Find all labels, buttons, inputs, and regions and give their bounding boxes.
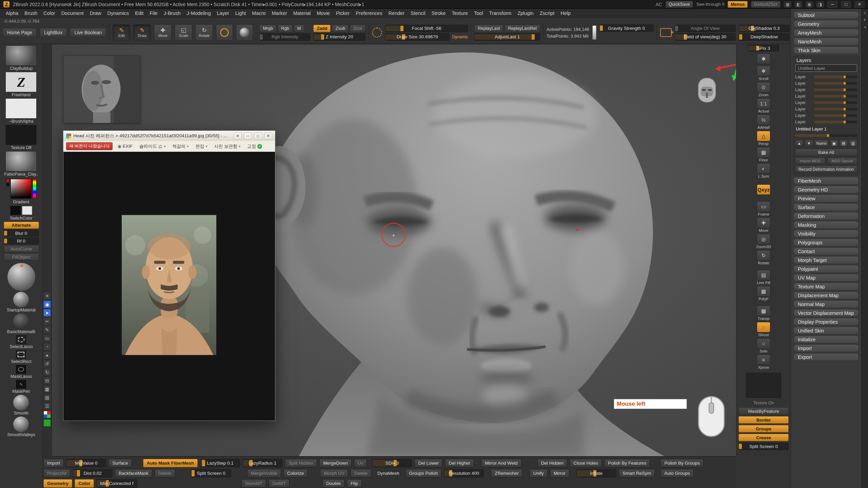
palette-section[interactable]: Import bbox=[793, 344, 859, 352]
bottom-control[interactable]: Dist 0.02 bbox=[73, 469, 113, 477]
bottom-control[interactable]: Auto Groups bbox=[660, 469, 694, 477]
menu-item[interactable]: Material bbox=[290, 9, 314, 18]
palette-section[interactable]: Geometry HD bbox=[793, 186, 859, 194]
palette-section[interactable]: Polygroups bbox=[793, 239, 859, 246]
quick-head-icon[interactable] bbox=[696, 77, 718, 106]
close-button[interactable]: ✕ bbox=[854, 1, 865, 8]
crease-button[interactable]: Crease bbox=[738, 434, 789, 441]
palette-section[interactable]: Display Properties bbox=[793, 318, 859, 326]
bottom-control[interactable]: Double bbox=[322, 479, 344, 488]
texture-on-label[interactable]: Texture On bbox=[753, 401, 774, 405]
z-intensity-slider[interactable]: Z Intensity 20 bbox=[313, 33, 365, 41]
bpr-button[interactable]: ✱ bbox=[757, 54, 770, 64]
adjust-last-slider[interactable]: AdjustLast 1 bbox=[474, 33, 540, 41]
edit-menu[interactable]: 편집▾ bbox=[193, 143, 209, 150]
saturation-value-square[interactable] bbox=[11, 179, 32, 199]
rgb-intensity-slider[interactable]: Rgb Intensity bbox=[259, 33, 310, 41]
bookmark-menu[interactable]: 책갈피▾ bbox=[170, 143, 191, 150]
lightbox-button[interactable]: LightBox bbox=[40, 28, 67, 37]
layer-name-input[interactable]: Untitled Layer bbox=[795, 64, 857, 72]
grid-icon[interactable]: ▦ bbox=[43, 385, 51, 393]
menu-item[interactable]: Movie bbox=[314, 9, 333, 18]
bottom-control[interactable]: DelMT bbox=[269, 479, 290, 488]
layer-row[interactable]: Layer bbox=[795, 119, 857, 125]
reference-photo-window[interactable]: Head 사진 레퍼런스 > 49217dd52f7d7b542151af3f2… bbox=[63, 130, 275, 421]
refwindow-title-bar[interactable]: Head 사진 레퍼런스 > 49217dd52f7d7b542151af3f2… bbox=[63, 131, 275, 141]
bottom-control[interactable]: SDiv 3 bbox=[372, 459, 412, 467]
menu-item[interactable]: Zplugin bbox=[514, 9, 537, 18]
menu-item[interactable]: Zscript bbox=[537, 9, 558, 18]
persp-button[interactable]: △ Persp bbox=[757, 131, 770, 146]
slideshow-menu[interactable]: 슬라이드 쇼▾ bbox=[137, 143, 168, 150]
menu-item[interactable]: File bbox=[146, 9, 160, 18]
menu-item[interactable]: Color bbox=[40, 9, 58, 18]
split-screen-slider[interactable]: Split Screen 0 bbox=[738, 443, 789, 450]
bottom-control[interactable]: BackfaceMask bbox=[115, 469, 152, 477]
fillobject-button[interactable]: FillObject bbox=[4, 253, 39, 261]
current-material-button[interactable] bbox=[236, 24, 253, 41]
selection-tool[interactable]: ✎ MaskPen bbox=[12, 380, 30, 394]
palette-section[interactable]: Surface bbox=[793, 203, 859, 211]
import-mdd-button[interactable]: Import MDD bbox=[795, 158, 825, 164]
refwindow-maximize-button[interactable]: □ bbox=[254, 133, 262, 139]
blur-slider[interactable]: Blur 0 bbox=[4, 230, 39, 237]
menu-item[interactable]: Tool bbox=[471, 9, 486, 18]
zadd-button[interactable]: Zadd bbox=[313, 25, 331, 32]
menu-item[interactable]: Edit bbox=[132, 9, 146, 18]
mrgb-button[interactable]: Mrgb bbox=[259, 25, 276, 32]
bottom-control[interactable]: Uv bbox=[354, 459, 367, 467]
layer-option-icon[interactable]: ▥ bbox=[849, 140, 857, 146]
menu-item[interactable]: Alpha bbox=[3, 9, 21, 18]
draw-mode-button[interactable]: ✎ Draw bbox=[133, 24, 151, 41]
dot-icon[interactable]: ● bbox=[43, 351, 51, 359]
secondary-color-swatch[interactable] bbox=[22, 206, 32, 215]
redo-icon[interactable]: ↻ bbox=[43, 368, 51, 376]
bottom-control[interactable]: LazyRadius 1 bbox=[242, 459, 282, 467]
smooth-brush-thumbnail[interactable]: Smooth bbox=[13, 395, 29, 415]
gradient-label[interactable]: Gradient bbox=[13, 200, 29, 204]
mdd-speed-slider[interactable]: MDD Speed bbox=[827, 158, 857, 164]
palette-section[interactable]: Morph Target bbox=[793, 256, 859, 264]
transp-button[interactable]: ▩ Transp bbox=[757, 302, 770, 321]
bottom-control[interactable]: Min Connected f bbox=[96, 479, 137, 488]
see-through-slider[interactable]: See-through 0 bbox=[696, 2, 724, 7]
bake-all-button[interactable]: Bake All bbox=[795, 149, 857, 156]
menu-item[interactable]: Marker bbox=[269, 9, 290, 18]
field-of-view-slider[interactable]: Field of view(deg) 30 bbox=[675, 33, 736, 41]
material-thumbnail[interactable]: BasicMaterialB bbox=[7, 313, 35, 334]
scissors-icon[interactable]: ✂ bbox=[43, 318, 51, 325]
new-version-button[interactable]: 새 버전이 나왔습니다 bbox=[66, 142, 113, 150]
palette-section[interactable]: Normal Map bbox=[793, 300, 859, 308]
layer-row[interactable]: Layer bbox=[795, 86, 857, 93]
palette-section[interactable]: Geometry bbox=[793, 20, 859, 28]
bottom-control[interactable]: Unify bbox=[530, 469, 548, 477]
groups-button[interactable]: Groups bbox=[738, 425, 789, 432]
bottom-control[interactable]: Split Hidden bbox=[285, 459, 317, 467]
brush-thumbnail[interactable]: FabioPaiva_Clay.. bbox=[4, 151, 38, 177]
titlebar-grid-icon[interactable]: ▦ bbox=[784, 1, 791, 7]
palette-section[interactable]: Polypaint bbox=[793, 265, 859, 273]
solo-button[interactable]: ○ Solo bbox=[757, 338, 770, 353]
document-canvas[interactable]: Head 사진 레퍼런스 > 49217dd52f7d7b542151af3f2… bbox=[52, 44, 736, 456]
palette-section[interactable]: Subtool bbox=[793, 11, 859, 19]
bottom-control[interactable]: Surface bbox=[108, 459, 132, 467]
tray-handle-icon[interactable]: ≡ bbox=[864, 11, 866, 15]
palette-section[interactable]: ArrayMesh bbox=[793, 29, 859, 37]
live-boolean-button[interactable]: Live Boolean bbox=[70, 28, 106, 37]
menus-button[interactable]: Menus bbox=[728, 1, 748, 8]
bottom-control[interactable]: LazyStep 0.1 bbox=[200, 459, 240, 467]
menu-item[interactable]: Layer bbox=[214, 9, 232, 18]
move-button[interactable]: ✚ Move bbox=[757, 218, 770, 232]
angle-of-view-slider[interactable]: Angle Of View bbox=[675, 25, 736, 32]
zcut-button[interactable]: Zcut bbox=[350, 25, 365, 32]
palette-section[interactable]: Initialize bbox=[793, 336, 859, 343]
bottom-control[interactable]: Polish By Features bbox=[604, 459, 650, 467]
bottom-control[interactable]: StoreMT bbox=[241, 479, 267, 488]
switch-color-swatches[interactable] bbox=[11, 206, 32, 215]
menu-item[interactable]: Document bbox=[58, 9, 87, 18]
zoom-button[interactable]: ⊙ Zoom bbox=[757, 82, 770, 97]
replay-last-button[interactable]: ReplayLast bbox=[474, 25, 503, 32]
focal-shift-slider[interactable]: Focal Shift -56 bbox=[385, 25, 468, 32]
recent-swatches[interactable] bbox=[6, 179, 9, 199]
main-color-swatch[interactable] bbox=[11, 206, 21, 215]
